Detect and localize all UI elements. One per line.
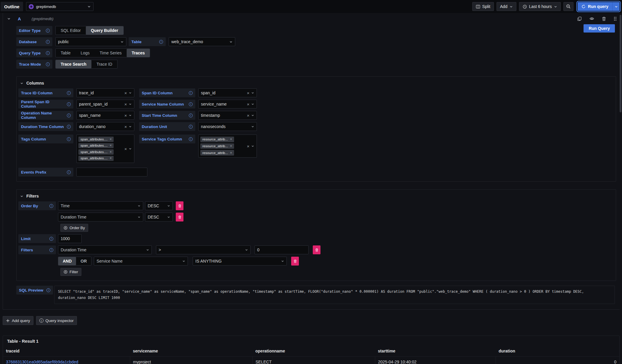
filters-section-toggle[interactable]: Filters <box>18 192 612 201</box>
remove-chip-icon[interactable]: × <box>109 137 112 141</box>
query-type-option-time-series[interactable]: Time Series <box>95 49 127 57</box>
zoom-out-button[interactable] <box>563 2 573 11</box>
filter-field-select[interactable]: Duration Time <box>58 245 152 254</box>
columns-section-toggle[interactable]: Columns <box>18 80 612 88</box>
filter-value-input[interactable] <box>254 245 309 254</box>
query-inspector-button[interactable]: i Query inspector <box>36 316 77 325</box>
query-type-option-traces[interactable]: Traces <box>127 49 150 57</box>
editor-run-query-button[interactable]: Run Query <box>584 24 615 33</box>
remove-order-by-button[interactable] <box>176 201 183 210</box>
start-time-column-select[interactable]: timestamp× <box>198 111 257 120</box>
filter-operator-select[interactable]: > <box>156 245 251 254</box>
info-icon[interactable]: i <box>67 125 71 129</box>
datasource-picker[interactable]: greptimedb <box>26 2 94 11</box>
info-icon[interactable]: i <box>46 51 50 55</box>
clear-icon[interactable]: × <box>124 113 127 118</box>
events-prefix-input[interactable] <box>76 168 147 177</box>
remove-chip-icon[interactable]: × <box>230 137 232 141</box>
time-range-picker[interactable]: Last 6 hours <box>519 2 561 11</box>
remove-filter-button[interactable] <box>313 245 320 254</box>
query-row-header[interactable]: A (greptimedb) <box>3 13 620 23</box>
remove-chip-icon[interactable]: × <box>109 156 112 160</box>
parent-span-id-column-select[interactable]: parent_span_id× <box>76 100 134 109</box>
info-icon[interactable]: i <box>46 288 50 292</box>
duration-unit-select[interactable]: nanoseconds <box>198 122 257 131</box>
column-header-starttime[interactable]: starttime <box>375 346 496 357</box>
add-query-button[interactable]: Add query <box>3 316 33 325</box>
trace-id-column-select[interactable]: trace_id× <box>76 88 134 97</box>
clear-icon[interactable]: × <box>247 113 249 118</box>
column-header-operationname[interactable]: operationname <box>252 346 375 357</box>
duplicate-query-button[interactable] <box>577 17 582 21</box>
run-query-button[interactable]: Run query <box>578 2 612 11</box>
hide-response-eye-button[interactable] <box>589 16 594 21</box>
span-id-column-select[interactable]: span_id× <box>198 88 257 97</box>
service-name-column-select[interactable]: service_name× <box>198 100 257 109</box>
info-icon[interactable]: i <box>67 114 71 117</box>
order-by-field-select[interactable]: Time <box>58 201 143 210</box>
column-header-servicename[interactable]: servicename <box>130 346 252 357</box>
editor-type-option-query-builder[interactable]: Query Builder <box>86 26 123 35</box>
order-by-direction-select[interactable]: DESC <box>145 201 173 210</box>
add-button[interactable]: Add <box>497 2 516 11</box>
service-tags-column-multiselect[interactable]: resource_attrib...× resource_attrib...× … <box>198 135 257 158</box>
tag-chip[interactable]: span_attributes....× <box>78 143 114 148</box>
limit-input[interactable] <box>58 234 82 243</box>
remove-chip-icon[interactable]: × <box>230 151 232 155</box>
info-icon[interactable]: i <box>49 237 53 241</box>
info-icon[interactable]: i <box>49 248 53 252</box>
info-icon[interactable]: i <box>189 137 193 141</box>
filter-operator-select[interactable]: IS ANYTHING <box>193 257 287 266</box>
info-icon[interactable]: i <box>46 40 50 44</box>
remove-chip-icon[interactable]: × <box>109 144 112 147</box>
split-button[interactable]: Split <box>472 2 494 11</box>
column-header-traceid[interactable]: traceid <box>3 346 130 357</box>
service-tag-chip[interactable]: resource_attrib...× <box>200 150 234 156</box>
clear-icon[interactable]: × <box>124 102 127 106</box>
info-icon[interactable]: i <box>189 91 193 95</box>
drag-handle-icon[interactable] <box>614 17 617 21</box>
clear-all-icon[interactable]: × <box>247 144 249 148</box>
page-scrollbar[interactable] <box>620 15 621 112</box>
remove-order-by-button[interactable] <box>176 213 183 221</box>
tag-chip[interactable]: span_attributes....× <box>78 137 114 142</box>
duration-time-column-select[interactable]: duration_nano× <box>76 122 134 131</box>
or-option[interactable]: OR <box>76 257 91 265</box>
trace-mode-option-trace-search[interactable]: Trace Search <box>56 60 91 68</box>
remove-filter-button[interactable] <box>291 257 299 266</box>
database-select[interactable]: public <box>55 37 126 46</box>
info-icon[interactable]: i <box>67 91 71 95</box>
service-tag-chip[interactable]: resource_attrib...× <box>200 137 234 142</box>
trace-mode-option-trace-id[interactable]: Trace ID <box>91 60 117 68</box>
add-filter-button[interactable]: Filter <box>60 268 81 276</box>
service-tag-chip[interactable]: resource_attrib...× <box>200 143 234 149</box>
clear-icon[interactable]: × <box>124 91 127 95</box>
delete-query-button[interactable] <box>602 17 606 21</box>
tag-chip[interactable]: span_attributes....× <box>78 149 114 155</box>
info-icon[interactable]: i <box>159 40 163 44</box>
info-icon[interactable]: i <box>67 137 71 141</box>
tags-column-multiselect[interactable]: span_attributes....× span_attributes....… <box>76 135 134 163</box>
info-icon[interactable]: i <box>46 29 50 33</box>
query-type-option-table[interactable]: Table <box>56 49 75 57</box>
filter-field-select[interactable]: Service Name <box>94 257 188 266</box>
info-icon[interactable]: i <box>189 114 193 117</box>
clear-icon[interactable]: × <box>247 91 249 95</box>
editor-type-option-sql-editor[interactable]: SQL Editor <box>56 26 86 35</box>
info-icon[interactable]: i <box>46 62 50 66</box>
info-icon[interactable]: i <box>67 170 71 174</box>
info-icon[interactable]: i <box>189 102 193 106</box>
info-icon[interactable]: i <box>67 102 71 106</box>
remove-chip-icon[interactable]: × <box>230 144 232 148</box>
add-order-by-button[interactable]: Order By <box>60 224 88 232</box>
info-icon[interactable]: i <box>189 125 193 129</box>
info-icon[interactable]: i <box>49 204 53 208</box>
tag-chip[interactable]: span_attributes....× <box>78 156 114 161</box>
and-option[interactable]: AND <box>58 257 76 265</box>
order-by-field-select[interactable]: Duration Time <box>58 213 143 221</box>
table-select[interactable]: web_trace_demo <box>169 37 235 46</box>
clear-icon[interactable]: × <box>247 102 249 106</box>
run-query-dropdown-caret[interactable] <box>612 2 620 11</box>
query-type-option-logs[interactable]: Logs <box>75 49 94 57</box>
column-header-duration[interactable]: duration <box>496 346 619 357</box>
